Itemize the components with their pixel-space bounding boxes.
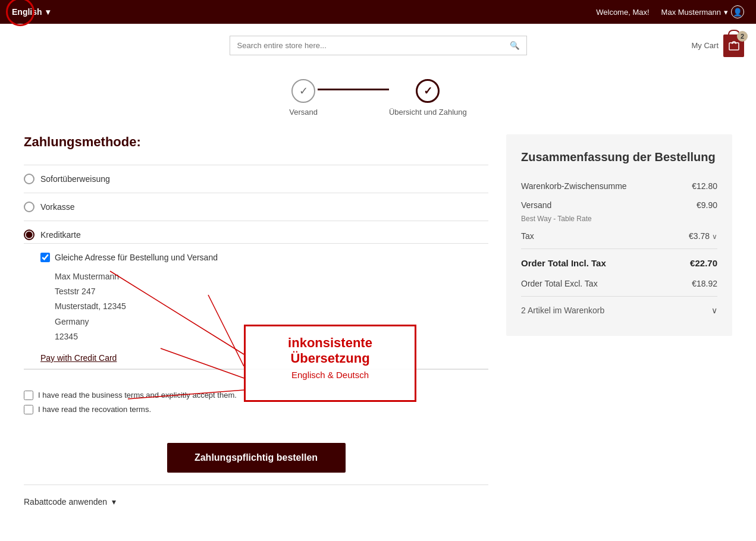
user-menu[interactable]: Max Mustermann ▾ 👤 <box>661 5 744 18</box>
user-name: Max Mustermann <box>661 8 721 17</box>
sofort-label: Sofortüberweisung <box>40 174 110 184</box>
cart-icon-container[interactable]: 2 <box>723 34 744 57</box>
top-right-area: Welcome, Max! Max Mustermann ▾ 👤 <box>596 5 744 18</box>
section-divider <box>24 485 488 485</box>
terms-checkbox-1[interactable] <box>24 391 33 400</box>
search-container: 🔍 <box>230 36 527 55</box>
summary-title: Zusammenfassung der Bestellung <box>521 149 717 165</box>
radio-kreditkarte[interactable] <box>24 229 34 240</box>
payment-option-vorkasse[interactable]: Vorkasse <box>24 193 488 221</box>
step-connector-line <box>318 89 389 90</box>
address-city: Musterstadt, 12345 <box>55 299 488 314</box>
same-address-checkbox[interactable] <box>40 253 50 262</box>
welcome-text: Welcome, Max! <box>596 8 649 17</box>
language-highlight-circle <box>6 0 34 26</box>
kreditkarte-label: Kreditkarte <box>40 230 81 240</box>
discount-chevron-icon: ▾ <box>112 497 116 507</box>
annotation-title: inkonsistenteÜbersetzung <box>258 335 403 366</box>
radio-sofort[interactable] <box>24 174 34 184</box>
checkout-steps: ✓ Versand ✓ Übersicht und Zahlung <box>0 67 756 134</box>
top-navigation-bar: English ▾ Welcome, Max! Max Mustermann ▾… <box>0 0 756 24</box>
terms-row-2: I have read the recovation terms. <box>24 405 488 414</box>
payment-section-title: Zahlungsmethode: <box>24 134 488 150</box>
user-avatar-icon: 👤 <box>731 5 744 18</box>
vorkasse-label: Vorkasse <box>40 202 75 212</box>
tax-value: €3.78 <box>689 231 710 241</box>
same-address-label: Gleiche Adresse für Bestellung und Versa… <box>55 253 218 262</box>
step-zahlung: ✓ Übersicht und Zahlung <box>389 79 467 117</box>
total-incl-label: Order Total Incl. Tax <box>521 258 606 268</box>
cart-area[interactable]: My Cart 2 <box>692 34 745 57</box>
right-section: Zusammenfassung der Bestellung Warenkorb… <box>506 134 732 507</box>
language-selector[interactable]: English ▾ <box>12 7 50 17</box>
step-versand-label: Versand <box>289 108 318 117</box>
step-versand-circle: ✓ <box>291 79 315 103</box>
total-excl-value: €18.92 <box>692 279 717 288</box>
cart-items-chevron-icon: ∨ <box>711 306 717 315</box>
cart-label: My Cart <box>692 41 719 50</box>
left-section: Zahlungsmethode: Sofortüberweisung Vorka… <box>24 134 488 507</box>
total-excl-row: Order Total Excl. Tax €18.92 <box>521 274 717 293</box>
total-incl-value: €22.70 <box>690 258 717 268</box>
step-versand: ✓ Versand <box>289 79 318 117</box>
shipping-method-row: Best Way - Table Rate <box>521 215 717 227</box>
subtotal-label: Warenkorb-Zwischensumme <box>521 181 627 191</box>
total-incl-row: Order Total Incl. Tax €22.70 <box>521 252 717 274</box>
address-street: Teststr 247 <box>55 284 488 299</box>
place-order-button[interactable]: Zahlungspflichtig bestellen <box>167 443 346 473</box>
payment-option-kreditkarte[interactable]: Kreditkarte <box>24 221 488 243</box>
bag-svg <box>729 41 739 51</box>
cart-count-badge: 2 <box>737 31 748 42</box>
svg-rect-0 <box>729 43 739 50</box>
subtotal-row: Warenkorb-Zwischensumme €12.80 <box>521 177 717 196</box>
order-summary: Zusammenfassung der Bestellung Warenkorb… <box>506 134 732 336</box>
summary-divider-1 <box>521 249 717 249</box>
user-chevron-icon: ▾ <box>724 8 728 17</box>
tax-label: Tax <box>521 231 534 241</box>
tax-row: Tax €3.78 ∨ <box>521 227 717 246</box>
terms-label-1: I have read the business terms and expli… <box>38 391 237 400</box>
step-zahlung-circle: ✓ <box>416 79 440 103</box>
summary-divider-2 <box>521 296 717 297</box>
cart-items-label: 2 Artikel im Warenkorb <box>521 306 604 315</box>
order-button-container: Zahlungspflichtig bestellen <box>24 443 488 473</box>
terms-label-2: I have read the recovation terms. <box>38 405 151 414</box>
shipping-value: €9.90 <box>697 200 717 210</box>
cart-items-row[interactable]: 2 Artikel im Warenkorb ∨ <box>521 300 717 321</box>
language-chevron-icon: ▾ <box>46 7 50 17</box>
total-excl-label: Order Total Excl. Tax <box>521 279 598 288</box>
discount-section[interactable]: Rabattcode anwenden ▾ <box>24 497 488 507</box>
tax-chevron-icon[interactable]: ∨ <box>712 232 717 241</box>
annotation-subtitle: Englisch & Deutsch <box>258 370 403 380</box>
search-button[interactable]: 🔍 <box>504 36 526 55</box>
payment-option-sofort[interactable]: Sofortüberweisung <box>24 165 488 193</box>
pay-with-credit-card-button[interactable]: Pay with Credit Card <box>40 353 117 363</box>
main-content: Zahlungsmethode: Sofortüberweisung Vorka… <box>0 134 756 530</box>
annotation-box: inkonsistenteÜbersetzung Englisch & Deut… <box>244 325 416 402</box>
step-zahlung-label: Übersicht und Zahlung <box>389 108 467 117</box>
shipping-method-label: Best Way - Table Rate <box>521 215 592 223</box>
shipping-label: Versand <box>521 200 551 210</box>
tax-value-with-chevron: €3.78 ∨ <box>689 231 717 241</box>
discount-label: Rabattcode anwenden <box>24 497 107 507</box>
search-row: 🔍 My Cart 2 <box>0 24 756 67</box>
address-name: Max Mustermann <box>55 269 488 284</box>
subtotal-value: €12.80 <box>692 181 717 191</box>
terms-checkbox-2[interactable] <box>24 405 33 414</box>
search-input[interactable] <box>230 36 504 55</box>
radio-vorkasse[interactable] <box>24 202 34 212</box>
shipping-row: Versand €9.90 <box>521 196 717 215</box>
same-address-row: Gleiche Adresse für Bestellung und Versa… <box>40 253 488 262</box>
